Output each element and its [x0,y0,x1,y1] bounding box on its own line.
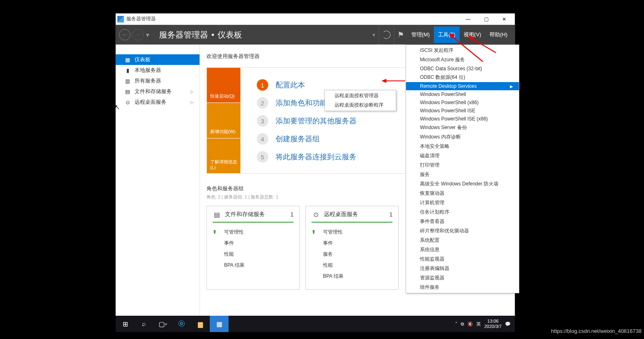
tools-menu-item[interactable]: 事件查看器 [406,217,519,226]
role-row-label: 事件 [224,240,234,247]
step-link-configure[interactable]: 配置此本 [276,80,305,90]
step-link-create-group[interactable]: 创建服务器组 [276,134,320,144]
sidebar-item-rds[interactable]: ⊙ 远程桌面服务 ▷ [116,97,200,107]
role-title: 远程桌面服务 [324,211,385,218]
sidebar-item-local-server[interactable]: ▮ 本地服务器 [116,65,200,76]
submenu-license-diagnose[interactable]: 远程桌面授权诊断程序 [325,100,396,110]
tools-menu-item[interactable]: 恢复驱动器 [406,189,519,198]
tools-menu-item[interactable]: Windows PowerShell [406,90,519,98]
tools-menu-item[interactable]: ODBC 数据源(64 位) [406,73,519,82]
tile-learnmore[interactable]: 了解详细信息(L) [207,138,240,173]
role-row-label: 性能 [323,262,333,269]
tools-menu-item[interactable]: 本地安全策略 [406,142,519,151]
breadcrumb-sep: • [211,30,214,40]
breadcrumb-page: 仪表板 [218,29,242,40]
step-link-add-roles[interactable]: 添加角色和功能 [276,98,327,108]
menu-manage[interactable]: 管理(M) [407,27,434,43]
up-arrow-icon: ⬆ [213,229,219,236]
sidebar-item-label: 所有服务器 [135,77,161,85]
svg-marker-5 [468,36,475,41]
tools-menu-item[interactable]: 碎片整理和优化驱动器 [406,226,519,236]
server-icon: ▮ [125,67,130,73]
start-button[interactable]: ⊞ [116,316,135,332]
submenu-arrow-icon: ▶ [510,84,513,89]
role-row-label: 事件 [323,240,333,247]
rds-submenu: 远程桌面授权管理器 远程桌面授权诊断程序 [324,90,396,111]
role-row-label: 可管理性 [323,229,343,236]
sidebar-item-all-servers[interactable]: ▥ 所有服务器 [116,76,200,86]
quick-start-tiles: 快速启动(Q) 新增功能(W) 了解详细信息(L) [207,68,240,173]
tile-whatsnew[interactable]: 新增功能(W) [207,103,240,138]
role-row-label: BPA 结果 [323,273,343,280]
tools-menu-item[interactable]: 性能监视器 [406,254,519,264]
action-center-icon[interactable]: 💬 [505,321,511,327]
sidebar-item-label: 远程桌面服务 [135,98,166,106]
tile-quickstart[interactable]: 快速启动(Q) [207,68,240,103]
server-manager-button[interactable]: ▦ [210,316,229,332]
clock-time: 13:06 [484,319,502,324]
tools-menu-item[interactable]: 计算机管理 [406,198,519,207]
notifications-button[interactable]: ⚑ [394,25,407,45]
explorer-button[interactable]: ▆ [191,316,210,332]
role-title: 文件和存储服务 [225,211,286,218]
chevron-right-icon: ▷ [191,89,196,94]
step-number: 1 [257,79,268,91]
tools-menu-item[interactable]: 组件服务 [406,283,519,292]
close-button[interactable]: ✕ [495,13,513,25]
sidebar: ▦ 仪表板 ▮ 本地服务器 ▥ 所有服务器 ▤ 文件和存储服务 ▷ ⊙ 远程桌面… [116,45,200,316]
maximize-button[interactable]: ▢ [477,13,495,25]
tools-menu-item[interactable]: 服务 [406,170,519,179]
taskbar: ⊞ ⌕ ▢▫ ⓔ ▆ ▦ ˄ ⧉ 🔇 英 13:06 2020/3/7 💬 [116,316,515,332]
search-button[interactable]: ⌕ [135,316,153,332]
task-view-button[interactable]: ▢▫ [153,316,172,332]
tools-menu-item[interactable]: 资源监视器 [406,273,519,283]
watermark: https://blog.csdn.net/weixin_40816738 [551,328,642,334]
tools-menu-item[interactable]: 系统信息 [406,245,519,254]
sidebar-item-dashboard[interactable]: ▦ 仪表板 [116,54,200,65]
forward-button[interactable]: → [132,29,144,40]
tools-menu-item[interactable]: Remote Desktop Services▶ [406,82,519,90]
app-window: 服务器管理器 — ▢ ✕ ← → ▾ 服务器管理器 • 仪表板 ▾ ⚑ 管理(M… [116,13,515,316]
tools-menu-item[interactable]: Windows PowerShell (x86) [406,98,519,107]
titlebar[interactable]: 服务器管理器 — ▢ ✕ [116,13,515,25]
svg-marker-1 [381,79,386,83]
tools-menu-item[interactable]: Windows PowerShell ISE [406,107,519,115]
rds-icon: ⊙ [125,99,130,105]
tray-up-icon[interactable]: ˄ [455,321,458,327]
step-link-cloud[interactable]: 将此服务器连接到云服务 [276,152,357,162]
role-row-label: 可管理性 [224,229,244,236]
tools-menu-item[interactable]: Windows PowerShell ISE (x86) [406,115,519,123]
volume-icon[interactable]: 🔇 [467,321,473,327]
chevron-right-icon: ▷ [191,100,196,105]
role-count: 1 [389,211,393,218]
step-number: 5 [257,151,268,163]
tools-menu-item[interactable]: Windows 内存诊断 [406,132,519,142]
minimize-button[interactable]: — [459,13,477,25]
tools-menu-item[interactable]: 打印管理 [406,161,519,170]
submenu-license-manager[interactable]: 远程桌面授权管理器 [325,91,396,100]
role-card-files[interactable]: ▤ 文件和存储服务 1 ⬆可管理性 事件 性能 BPA 结果 [206,206,300,290]
tools-menu-item[interactable]: Windows Server 备份 [406,123,519,132]
tools-menu-item[interactable]: 系统配置 [406,236,519,245]
sidebar-item-file-storage[interactable]: ▤ 文件和存储服务 ▷ [116,86,200,97]
ime-indicator[interactable]: 英 [476,321,481,327]
storage-icon: ▤ [125,89,130,94]
tools-menu-item[interactable]: 磁盘清理 [406,151,519,161]
refresh-button[interactable] [379,25,394,45]
chevron-down-icon[interactable]: ▾ [369,25,379,45]
svg-line-4 [471,38,496,53]
cursor-icon: ↖ [114,103,120,111]
back-button[interactable]: ← [119,29,130,40]
tools-menu-item[interactable]: 任务计划程序 [406,207,519,217]
clock[interactable]: 13:06 2020/3/7 [484,319,502,329]
ie-button[interactable]: ⓔ [172,316,191,332]
app-icon [117,16,124,22]
step-number: 4 [257,133,268,145]
breadcrumb: 服务器管理器 • 仪表板 [159,29,369,40]
role-card-rds[interactable]: ⊙ 远程桌面服务 1 ⬆可管理性 事件 服务 性能 BPA 结果 [305,206,399,290]
role-row-label: BPA 结果 [224,262,245,269]
tools-menu-item[interactable]: 高级安全 Windows Defender 防火墙 [406,179,519,189]
tools-menu-item[interactable]: 注册表编辑器 [406,264,519,273]
network-icon[interactable]: ⧉ [461,321,464,327]
step-link-add-servers[interactable]: 添加要管理的其他服务器 [276,116,357,126]
